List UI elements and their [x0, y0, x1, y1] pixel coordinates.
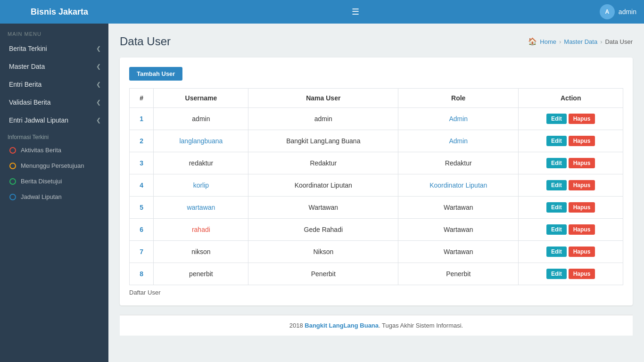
col-username: Username — [154, 89, 248, 108]
cell-username[interactable]: langlangbuana — [154, 130, 248, 152]
edit-button[interactable]: Edit — [546, 202, 567, 213]
chevron-icon: ❮ — [96, 45, 101, 52]
edit-button[interactable]: Edit — [546, 158, 567, 168]
page-title: Data User — [120, 35, 171, 48]
sidebar-item-label: Berita Terkini — [9, 45, 47, 52]
sidebar-item-validasi-berita[interactable]: Validasi Berita ❮ — [0, 93, 108, 111]
col-action: Action — [519, 89, 623, 108]
circle-blue-icon — [9, 194, 16, 200]
cell-role: Koordinator Liputan — [398, 174, 519, 197]
footer-author-link[interactable]: Bangkit LangLang Buana — [305, 322, 379, 329]
sidebar-item-entri-berita[interactable]: Entri Berita ❮ — [0, 75, 108, 93]
chevron-icon: ❮ — [96, 117, 101, 123]
cell-nama: admin — [248, 108, 398, 130]
sidebar-item-label: Entri Jadwal Liputan — [9, 116, 68, 124]
circle-yellow-icon — [9, 163, 16, 169]
avatar: A — [600, 4, 615, 19]
cell-username[interactable]: wartawan — [154, 197, 248, 219]
sidebar-item-label: Validasi Berita — [9, 99, 50, 106]
edit-button[interactable]: Edit — [546, 114, 567, 124]
sidebar-item-berita-terkini[interactable]: Berita Terkini ❮ — [0, 40, 108, 58]
sidebar-item-entri-jadwal-liputan[interactable]: Entri Jadwal Liputan ❮ — [0, 111, 108, 129]
hapus-button[interactable]: Hapus — [569, 114, 595, 124]
table-row: 6rahadiGede RahadiWartawanEditHapus — [130, 219, 623, 241]
cell-username[interactable]: redaktur — [154, 152, 248, 174]
breadcrumb-home[interactable]: Home — [540, 38, 556, 45]
cell-action: EditHapus — [519, 263, 623, 285]
table-row: 5wartawanWartawanWartawanEditHapus — [130, 197, 623, 219]
sidebar-subitem-label: Jadwal Liputan — [21, 193, 62, 200]
table-row: 7niksonNiksonWartawanEditHapus — [130, 241, 623, 263]
sidebar-item-menunggu-persetujuan[interactable]: Menunggu Persetujuan — [0, 158, 108, 173]
hapus-button[interactable]: Hapus — [569, 158, 595, 168]
col-no: # — [130, 89, 154, 108]
sidebar: MAIN MENU Berita Terkini ❮ Master Data ❮… — [0, 24, 108, 362]
breadcrumb-sep: › — [559, 38, 561, 45]
chevron-icon: ❮ — [96, 63, 101, 70]
footer-year: 2018 — [289, 322, 303, 329]
sidebar-item-label: Master Data — [9, 63, 45, 70]
hapus-button[interactable]: Hapus — [569, 224, 595, 235]
user-table: # Username Nama User Role Action 1admina… — [129, 88, 623, 285]
table-row: 8penerbitPenerbitPenerbitEditHapus — [130, 263, 623, 285]
informasi-terkini-label: Informasi Terkini — [0, 129, 108, 142]
cell-no: 6 — [130, 219, 154, 241]
cell-no: 7 — [130, 241, 154, 263]
sidebar-item-master-data[interactable]: Master Data ❮ — [0, 58, 108, 75]
chevron-icon: ❮ — [96, 99, 101, 106]
cell-username[interactable]: nikson — [154, 241, 248, 263]
main-content: Data User 🏠 Home › Master Data › Data Us… — [108, 24, 644, 362]
hapus-button[interactable]: Hapus — [569, 180, 595, 190]
cell-nama: Nikson — [248, 241, 398, 263]
sidebar-item-jadwal-liputan[interactable]: Jadwal Liputan — [0, 189, 108, 205]
cell-role: Admin — [398, 108, 519, 130]
cell-action: EditHapus — [519, 174, 623, 197]
cell-nama: Wartawan — [248, 197, 398, 219]
edit-button[interactable]: Edit — [546, 136, 567, 146]
edit-button[interactable]: Edit — [546, 224, 567, 235]
hapus-button[interactable]: Hapus — [569, 136, 595, 146]
cell-no: 3 — [130, 152, 154, 174]
page-header: Data User 🏠 Home › Master Data › Data Us… — [120, 35, 633, 48]
cell-role: Wartawan — [398, 241, 519, 263]
edit-button[interactable]: Edit — [546, 269, 567, 279]
add-user-button[interactable]: Tambah User — [129, 67, 182, 81]
cell-action: EditHapus — [519, 197, 623, 219]
cell-action: EditHapus — [519, 130, 623, 152]
breadcrumb-master[interactable]: Master Data — [564, 38, 597, 45]
circle-green-icon — [9, 178, 16, 185]
hapus-button[interactable]: Hapus — [569, 247, 595, 257]
hapus-button[interactable]: Hapus — [569, 269, 595, 279]
cell-role: Admin — [398, 130, 519, 152]
cell-username[interactable]: admin — [154, 108, 248, 130]
table-footer-label: Daftar User — [129, 289, 160, 296]
sidebar-item-berita-disetujui[interactable]: Berita Disetujui — [0, 173, 108, 189]
col-role: Role — [398, 89, 519, 108]
cell-username[interactable]: korlip — [154, 174, 248, 197]
cell-nama: Penerbit — [248, 263, 398, 285]
cell-username[interactable]: penerbit — [154, 263, 248, 285]
admin-label: admin — [619, 8, 636, 16]
sidebar-item-label: Entri Berita — [9, 81, 41, 88]
cell-nama: Gede Rahadi — [248, 219, 398, 241]
cell-no: 2 — [130, 130, 154, 152]
sidebar-subitem-label: Berita Disetujui — [21, 178, 62, 185]
circle-red-icon — [9, 147, 16, 154]
cell-nama: Bangkit LangLang Buana — [248, 130, 398, 152]
cell-role: Penerbit — [398, 263, 519, 285]
hapus-button[interactable]: Hapus — [569, 202, 595, 213]
sidebar-item-aktivitas-berita[interactable]: Aktivitas Berita — [0, 142, 108, 158]
cell-nama: Redaktur — [248, 152, 398, 174]
layout: MAIN MENU Berita Terkini ❮ Master Data ❮… — [0, 24, 644, 362]
edit-button[interactable]: Edit — [546, 247, 567, 257]
topnav: Bisnis Jakarta ☰ A admin — [0, 0, 644, 24]
cell-no: 1 — [130, 108, 154, 130]
edit-button[interactable]: Edit — [546, 180, 567, 190]
main-menu-label: MAIN MENU — [0, 24, 108, 40]
breadcrumb: 🏠 Home › Master Data › Data User — [528, 37, 633, 46]
cell-no: 8 — [130, 263, 154, 285]
cell-action: EditHapus — [519, 241, 623, 263]
cell-action: EditHapus — [519, 108, 623, 130]
cell-username[interactable]: rahadi — [154, 219, 248, 241]
hamburger-icon[interactable]: ☰ — [352, 7, 359, 17]
